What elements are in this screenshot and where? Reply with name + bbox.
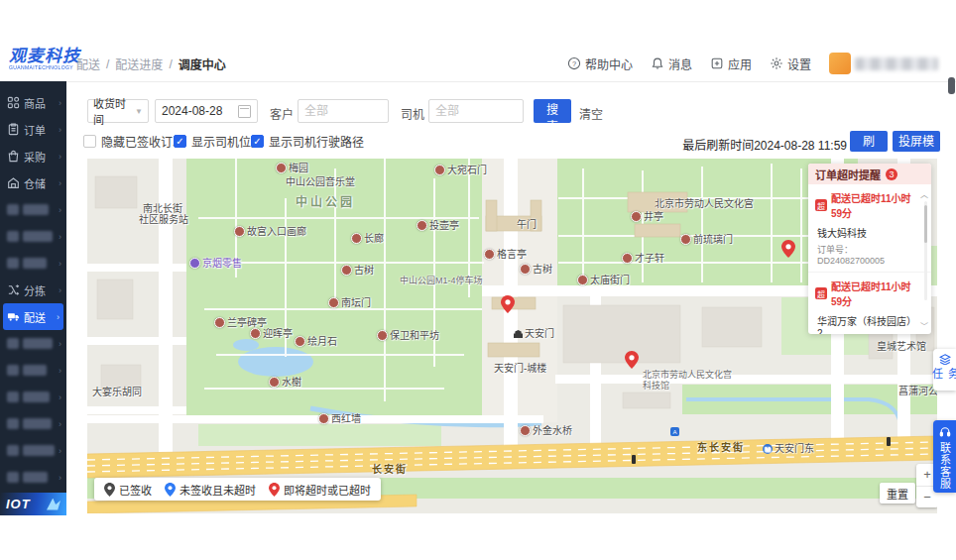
poi-dot-icon bbox=[680, 234, 691, 245]
chevron-right-icon: › bbox=[59, 339, 61, 349]
sidebar-item-redacted[interactable]: › bbox=[0, 464, 66, 491]
apps-label: 应用 bbox=[728, 56, 752, 72]
customer-name: 钱大妈科技 bbox=[817, 225, 917, 240]
top-header: 观麦科技 GUANMAITECHNOLOGY 配送 / 配送进度 / 调度中心 … bbox=[0, 45, 956, 82]
scroll-down-icon[interactable]: ﹀ bbox=[920, 320, 928, 331]
scroll-up-icon[interactable]: ︿ bbox=[920, 188, 928, 199]
sidebar-item-purchase[interactable]: 采购› bbox=[0, 143, 66, 169]
poi-dot-icon bbox=[341, 265, 352, 276]
clear-button[interactable]: 清空 bbox=[579, 105, 603, 122]
iot-banner[interactable]: IOT bbox=[0, 493, 66, 515]
breadcrumb-separator: / bbox=[169, 57, 172, 71]
legend-pending: 未签收且未超时 bbox=[165, 482, 256, 498]
poi-dot-icon bbox=[250, 328, 261, 339]
overdue-status: 配送已超时11小时59分 bbox=[831, 190, 917, 220]
time-type-select[interactable]: 收货时间▼ bbox=[87, 99, 149, 123]
map-reset-button[interactable]: 重置 bbox=[880, 483, 915, 504]
date-picker[interactable]: 2024-08-28 bbox=[155, 99, 258, 123]
legend-signed: 已签收 bbox=[104, 482, 152, 498]
customer-service-tab[interactable]: 联系客服 bbox=[933, 420, 956, 493]
map-place-label: 大宴乐胡同 bbox=[92, 388, 142, 397]
show-driver-route-label: 显示司机行驶路径 bbox=[269, 133, 364, 150]
search-button[interactable]: 搜 索 bbox=[534, 99, 571, 123]
map-poi-label: 兰亭碑亭 bbox=[214, 317, 267, 328]
settings-button[interactable]: 设置 bbox=[770, 56, 811, 72]
bell-icon bbox=[651, 56, 664, 70]
overdue-order-pin[interactable] bbox=[625, 351, 639, 369]
poi-dot-icon bbox=[318, 413, 329, 424]
sidebar-item-redacted[interactable]: › bbox=[0, 437, 66, 464]
map-place-label: 中山公园音乐堂 bbox=[286, 177, 355, 187]
overdue-order-item[interactable]: 超配送已超时11小时59分 钱大妈科技 订单号：DD24082700005 bbox=[808, 184, 931, 273]
refresh-button[interactable]: 刷 新 bbox=[850, 131, 888, 152]
overdue-order-item[interactable]: 超配送已超时11小时59分 华润万家（科技园店）2 订单号：DD24082700… bbox=[808, 273, 931, 334]
chevron-right-icon: › bbox=[59, 259, 61, 269]
customer-input[interactable] bbox=[298, 99, 389, 123]
map-tiananmen-label: 天安门 bbox=[514, 329, 554, 339]
messages-button[interactable]: 消息 bbox=[651, 56, 692, 72]
map-canvas[interactable]: 梅园 中山公园音乐堂 中山公园 南北长街 社区服务站 故宫入口画廊 京烟零售 投… bbox=[87, 159, 937, 513]
sorting-icon bbox=[7, 283, 20, 296]
user-account[interactable] bbox=[829, 53, 938, 74]
sidebar-item-redacted[interactable]: › bbox=[0, 330, 66, 357]
poi-dot-icon bbox=[434, 165, 445, 175]
sidebar-item-redacted[interactable]: › bbox=[0, 250, 66, 277]
sidebar-item-redacted[interactable]: › bbox=[0, 410, 66, 437]
last-refresh-time: 最后刷新时间2024-08-28 11:59 bbox=[682, 136, 847, 153]
layers-icon bbox=[939, 354, 951, 365]
sidebar-item-redacted[interactable]: › bbox=[0, 223, 66, 250]
apps-button[interactable]: 应用 bbox=[710, 56, 752, 72]
sidebar-item-goods[interactable]: 商品› bbox=[0, 89, 66, 116]
map-legend: 已签收 未签收且未超时 即将超时或已超时 bbox=[94, 478, 381, 501]
overdue-order-pin[interactable] bbox=[781, 240, 795, 258]
sidebar-item-redacted[interactable]: › bbox=[0, 196, 66, 223]
breadcrumb-delivery[interactable]: 配送 bbox=[76, 56, 100, 72]
driver-input[interactable] bbox=[428, 99, 524, 123]
blurred-label bbox=[23, 445, 55, 456]
time-type-value: 收货时间 bbox=[93, 95, 135, 127]
sidebar-item-delivery-active[interactable]: 配送› bbox=[3, 303, 63, 330]
apps-icon bbox=[710, 56, 724, 70]
checkbox-unchecked-icon bbox=[83, 135, 96, 148]
sidebar-item-warehouse[interactable]: 仓储› bbox=[0, 169, 66, 196]
breadcrumb-progress[interactable]: 配送进度 bbox=[115, 56, 163, 72]
map-poi-label: 迎晖亭 bbox=[250, 328, 293, 339]
sidebar-item-sorting[interactable]: 分拣› bbox=[0, 277, 66, 303]
sidebar-label: 仓储 bbox=[24, 175, 46, 191]
poi-dot-icon bbox=[520, 264, 531, 275]
overdue-orders-panel: 订单超时提醒 3 超配送已超时11小时59分 钱大妈科技 订单号：DD24082… bbox=[808, 164, 931, 334]
blurred-icon bbox=[7, 472, 19, 483]
legend-overdue: 即将超时或已超时 bbox=[269, 482, 371, 498]
cast-mode-button[interactable]: 投屏模式 bbox=[893, 131, 940, 152]
sidebar-item-orders[interactable]: 订单› bbox=[0, 116, 66, 143]
chevron-right-icon: › bbox=[59, 205, 61, 215]
chevron-right-icon: › bbox=[59, 446, 61, 456]
chevron-right-icon: › bbox=[59, 178, 61, 188]
avatar bbox=[829, 53, 851, 74]
sidebar-item-redacted[interactable]: › bbox=[0, 384, 66, 410]
hide-signed-checkbox[interactable]: 隐藏已签收订单 bbox=[83, 133, 184, 150]
map-poi-label: 井亭 bbox=[631, 211, 663, 222]
map-shop-label: 京烟零售 bbox=[189, 258, 242, 269]
show-driver-route-checkbox[interactable]: ✓ 显示司机行驶路径 bbox=[251, 133, 364, 150]
task-side-tab[interactable]: 任务 bbox=[933, 349, 956, 391]
map-poi-label: 古树 bbox=[520, 264, 552, 275]
sidebar-item-redacted[interactable]: › bbox=[0, 357, 66, 384]
browser-scrollbar-thumb[interactable] bbox=[948, 77, 955, 94]
task-tab-label: 任务 bbox=[929, 368, 956, 391]
panel-scrollbar[interactable] bbox=[924, 201, 927, 300]
iot-label: IOT bbox=[6, 497, 31, 511]
pin-blue-icon bbox=[165, 483, 176, 497]
header-actions: ? 帮助中心 消息 应用 设置 bbox=[567, 52, 938, 75]
blurred-label bbox=[23, 392, 50, 402]
help-center-button[interactable]: ? 帮助中心 bbox=[567, 56, 633, 72]
sidebar-label: 商品 bbox=[24, 95, 46, 111]
panel-scrollbar-thumb[interactable] bbox=[924, 205, 927, 243]
overdue-order-pin[interactable] bbox=[501, 295, 515, 313]
overdue-panel-title: 订单超时提醒 bbox=[815, 167, 881, 182]
show-driver-pos-checkbox[interactable]: ✓ 显示司机位置 bbox=[174, 133, 263, 150]
customer-service-label: 联系客服 bbox=[937, 442, 953, 490]
poi-dot-icon bbox=[520, 425, 531, 436]
sidebar-label: 配送 bbox=[24, 309, 46, 325]
map-poi-label: 外金水桥 bbox=[520, 425, 572, 436]
